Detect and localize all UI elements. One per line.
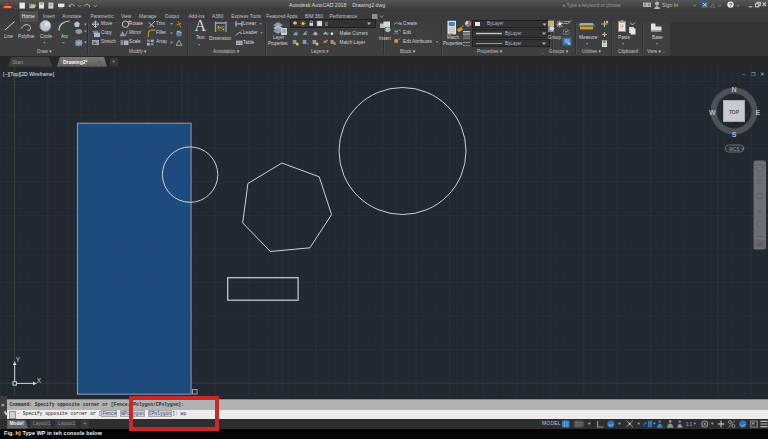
svg-text:N: N (731, 86, 736, 93)
svg-text:S: S (732, 130, 737, 137)
svg-text:W: W (709, 109, 716, 116)
svg-text:Y: Y (16, 356, 21, 363)
svg-text:X: X (37, 377, 42, 384)
svg-text:E: E (755, 109, 760, 116)
svg-text:0: 0 (325, 20, 328, 26)
svg-text:WCS: WCS (729, 146, 740, 151)
svg-text:1:1: 1:1 (686, 422, 693, 427)
svg-text:TOP: TOP (729, 109, 740, 115)
